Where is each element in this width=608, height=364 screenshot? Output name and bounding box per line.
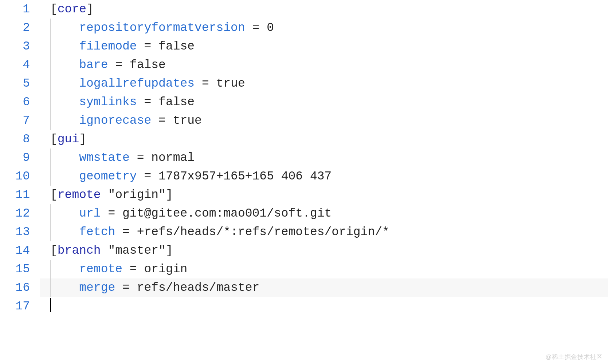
equals-sign: = xyxy=(195,77,216,90)
section-subname: origin xyxy=(115,188,158,202)
bracket-close: ] xyxy=(166,188,173,202)
equals-sign: = xyxy=(130,151,151,165)
config-key: fetch xyxy=(79,225,115,239)
space xyxy=(101,188,108,202)
code-line[interactable]: merge = refs/heads/master xyxy=(40,278,608,297)
equals-sign: = xyxy=(137,170,158,183)
config-key: url xyxy=(79,207,101,220)
indent-guide xyxy=(50,149,51,167)
code-line[interactable]: repositoryformatversion = 0 xyxy=(40,19,608,37)
line-number: 2 xyxy=(0,19,30,37)
code-line[interactable]: wmstate = normal xyxy=(40,149,608,167)
config-key: remote xyxy=(79,262,122,276)
line-number: 1 xyxy=(0,0,30,19)
indent-guide xyxy=(50,204,51,223)
section-name: remote xyxy=(58,188,101,202)
code-editor[interactable]: 1 2 3 4 5 6 7 8 9 10 11 12 13 14 15 16 1… xyxy=(0,0,608,316)
line-number: 11 xyxy=(0,186,30,204)
config-key: geometry xyxy=(79,170,137,183)
line-number: 14 xyxy=(0,241,30,260)
indent-guide xyxy=(50,74,51,93)
config-value: true xyxy=(173,114,202,127)
config-value: false xyxy=(130,58,166,72)
config-key: ignorecase xyxy=(79,114,151,127)
line-number: 9 xyxy=(0,149,30,167)
indent-guide xyxy=(50,93,51,111)
config-value: 0 xyxy=(267,21,274,35)
equals-sign: = xyxy=(115,225,137,239)
line-number: 16 xyxy=(0,278,30,297)
section-name: core xyxy=(58,3,86,16)
line-number: 3 xyxy=(0,37,30,56)
code-line[interactable]: filemode = false xyxy=(40,37,608,56)
code-line[interactable]: fetch = +refs/heads/*:refs/remotes/origi… xyxy=(40,223,608,241)
config-key: logallrefupdates xyxy=(79,77,195,90)
line-number: 7 xyxy=(0,111,30,130)
code-line[interactable]: remote = origin xyxy=(40,260,608,278)
space xyxy=(101,244,108,257)
code-line[interactable]: [core] xyxy=(40,0,608,19)
quote-close: " xyxy=(158,188,166,202)
line-number: 15 xyxy=(0,260,30,278)
code-line[interactable]: ignorecase = true xyxy=(40,111,608,130)
equals-sign: = xyxy=(101,207,122,220)
line-number: 10 xyxy=(0,167,30,186)
section-subname: master xyxy=(115,244,158,257)
indent-guide xyxy=(50,223,51,241)
config-key: bare xyxy=(79,58,108,72)
code-line[interactable] xyxy=(40,297,608,316)
quote-open: " xyxy=(108,188,115,202)
config-value: false xyxy=(158,40,195,53)
indent-guide xyxy=(50,260,51,278)
line-number: 8 xyxy=(0,130,30,149)
code-line[interactable]: bare = false xyxy=(40,56,608,74)
code-line[interactable]: [remote "origin"] xyxy=(40,186,608,204)
line-number: 17 xyxy=(0,297,30,316)
code-line[interactable]: [branch "master"] xyxy=(40,241,608,260)
equals-sign: = xyxy=(115,281,137,294)
bracket-close: ] xyxy=(166,244,173,257)
bracket-close: ] xyxy=(79,132,86,146)
equals-sign: = xyxy=(245,21,267,35)
config-value: git@gitee.com:mao001/soft.git xyxy=(122,207,332,220)
config-value: 1787x957+165+165 406 437 xyxy=(158,170,332,183)
indent-guide xyxy=(50,56,51,74)
quote-open: " xyxy=(108,244,115,257)
code-line[interactable]: [gui] xyxy=(40,130,608,149)
config-key: symlinks xyxy=(79,95,137,109)
config-key: repositoryformatversion xyxy=(79,21,245,35)
line-number-gutter: 1 2 3 4 5 6 7 8 9 10 11 12 13 14 15 16 1… xyxy=(0,0,40,316)
code-line[interactable]: geometry = 1787x957+165+165 406 437 xyxy=(40,167,608,186)
config-value: normal xyxy=(151,151,195,165)
indent-guide xyxy=(50,278,51,297)
line-number: 13 xyxy=(0,223,30,241)
section-name: gui xyxy=(58,132,79,146)
code-line[interactable]: symlinks = false xyxy=(40,93,608,111)
config-key: wmstate xyxy=(79,151,130,165)
equals-sign: = xyxy=(137,95,158,109)
text-caret xyxy=(50,298,51,312)
bracket-open: [ xyxy=(50,188,58,202)
config-key: merge xyxy=(79,281,115,294)
line-number: 4 xyxy=(0,56,30,74)
config-key: filemode xyxy=(79,40,137,53)
code-line[interactable]: logallrefupdates = true xyxy=(40,74,608,93)
indent-guide xyxy=(50,19,51,37)
equals-sign: = xyxy=(137,40,158,53)
indent-guide xyxy=(50,111,51,130)
quote-close: " xyxy=(158,244,166,257)
config-value: origin xyxy=(144,262,187,276)
line-number: 12 xyxy=(0,204,30,223)
config-value: +refs/heads/*:refs/remotes/origin/* xyxy=(137,225,389,239)
indent-guide xyxy=(50,37,51,56)
equals-sign: = xyxy=(108,58,129,72)
code-content[interactable]: [core] repositoryformatversion = 0 filem… xyxy=(40,0,608,316)
code-line[interactable]: url = git@gitee.com:mao001/soft.git xyxy=(40,204,608,223)
bracket-close: ] xyxy=(86,3,94,16)
config-value: false xyxy=(158,95,195,109)
line-number: 5 xyxy=(0,74,30,93)
bracket-open: [ xyxy=(50,132,58,146)
config-value: true xyxy=(216,77,245,90)
section-name: branch xyxy=(58,244,101,257)
equals-sign: = xyxy=(151,114,173,127)
